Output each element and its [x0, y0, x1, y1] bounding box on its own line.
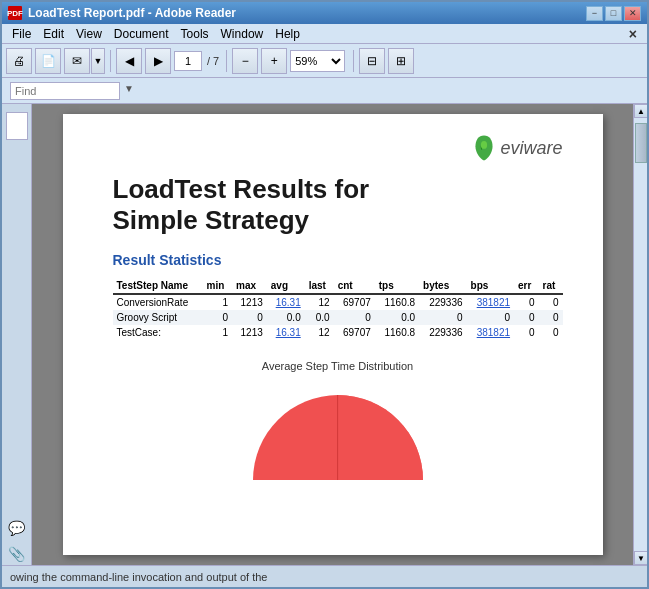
window-controls: − □ ✕: [586, 6, 641, 21]
page-thumbnail[interactable]: [6, 112, 28, 140]
cell-min: 1: [203, 294, 233, 310]
note-icon[interactable]: 💬: [6, 517, 28, 539]
th-bps: bps: [467, 278, 514, 294]
cell-bps: 0: [467, 310, 514, 325]
scroll-up-button[interactable]: ▲: [634, 104, 647, 118]
fit-width-button[interactable]: ⊞: [388, 48, 414, 74]
panel-close-button[interactable]: ×: [623, 26, 643, 42]
zoom-out-button[interactable]: −: [232, 48, 258, 74]
cell-cnt: 0: [334, 310, 375, 325]
th-avg: avg: [267, 278, 305, 294]
pdf-title: LoadTest Results for Simple Strategy: [113, 174, 563, 236]
page-total: / 7: [205, 55, 221, 67]
cell-last: 0.0: [305, 310, 334, 325]
separator-3: [353, 50, 354, 72]
attachment-icon[interactable]: 📎: [6, 543, 28, 565]
print-button[interactable]: 🖨: [6, 48, 32, 74]
stats-table-body: ConversionRate1121316.3112697071160.8229…: [113, 294, 563, 340]
menu-file[interactable]: File: [6, 25, 37, 43]
zoom-in-button[interactable]: +: [261, 48, 287, 74]
cell-tps: 1160.8: [375, 325, 419, 340]
separator-2: [226, 50, 227, 72]
svg-point-0: [481, 141, 487, 149]
cell-err: 0: [514, 325, 539, 340]
cell-max: 0: [232, 310, 267, 325]
menu-window[interactable]: Window: [215, 25, 270, 43]
section-title: Result Statistics: [113, 252, 563, 268]
cell-name: ConversionRate: [113, 294, 203, 310]
title-bar: PDF LoadTest Report.pdf - Adobe Reader −…: [2, 2, 647, 24]
cell-last: 12: [305, 294, 334, 310]
menu-help[interactable]: Help: [269, 25, 306, 43]
table-header-row: TestStep Name min max avg last cnt tps b…: [113, 278, 563, 294]
th-err: err: [514, 278, 539, 294]
menu-document[interactable]: Document: [108, 25, 175, 43]
minimize-button[interactable]: −: [586, 6, 603, 21]
scroll-track[interactable]: [634, 118, 647, 551]
cell-bps: 381821: [467, 294, 514, 310]
scroll-thumb[interactable]: [635, 123, 647, 163]
menu-bar: File Edit View Document Tools Window Hel…: [2, 24, 647, 44]
cell-rat: 0: [539, 325, 563, 340]
table-row: TestCase:1121316.3112697071160.822933638…: [113, 325, 563, 340]
email-button[interactable]: ✉: [64, 48, 90, 74]
chart-title: Average Step Time Distribution: [262, 360, 413, 372]
th-cnt: cnt: [334, 278, 375, 294]
cell-cnt: 69707: [334, 325, 375, 340]
stats-table: TestStep Name min max avg last cnt tps b…: [113, 278, 563, 340]
app-icon: PDF: [8, 6, 22, 20]
cell-rat: 0: [539, 294, 563, 310]
cell-avg: 0.0: [267, 310, 305, 325]
find-dropdown-icon[interactable]: ▼: [124, 83, 140, 99]
logo-text: eviware: [500, 138, 562, 159]
title-bar-text: PDF LoadTest Report.pdf - Adobe Reader: [8, 6, 236, 20]
maximize-button[interactable]: □: [605, 6, 622, 21]
scroll-down-button[interactable]: ▼: [634, 551, 647, 565]
menu-tools[interactable]: Tools: [175, 25, 215, 43]
th-bytes: bytes: [419, 278, 466, 294]
close-button[interactable]: ✕: [624, 6, 641, 21]
cell-cnt: 69707: [334, 294, 375, 310]
separator-1: [110, 50, 111, 72]
cell-min: 0: [203, 310, 233, 325]
fit-page-button[interactable]: ⊟: [359, 48, 385, 74]
cell-max: 1213: [232, 325, 267, 340]
th-min: min: [203, 278, 233, 294]
menu-view[interactable]: View: [70, 25, 108, 43]
nav-next-button[interactable]: ▶: [145, 48, 171, 74]
email-dropdown[interactable]: ▼: [91, 48, 105, 74]
vertical-scrollbar: ▲ ▼: [633, 104, 647, 565]
cell-err: 0: [514, 294, 539, 310]
pdf-logo: eviware: [472, 134, 562, 162]
cell-tps: 1160.8: [375, 294, 419, 310]
th-tps: tps: [375, 278, 419, 294]
cell-bytes: 229336: [419, 294, 466, 310]
cell-min: 1: [203, 325, 233, 340]
cell-rat: 0: [539, 310, 563, 325]
cell-name: Groovy Script: [113, 310, 203, 325]
cell-avg: 16.31: [267, 325, 305, 340]
pdf-area: eviware LoadTest Results for Simple Stra…: [32, 104, 633, 565]
pdf-page: eviware LoadTest Results for Simple Stra…: [63, 114, 603, 555]
th-name: TestStep Name: [113, 278, 203, 294]
cell-last: 12: [305, 325, 334, 340]
cell-err: 0: [514, 310, 539, 325]
page-setup-button[interactable]: 📄: [35, 48, 61, 74]
zoom-select[interactable]: 59% 75% 100% 125%: [290, 50, 345, 72]
cell-bytes: 0: [419, 310, 466, 325]
cell-tps: 0.0: [375, 310, 419, 325]
table-row: Groovy Script000.00.000.00000: [113, 310, 563, 325]
app-window: PDF LoadTest Report.pdf - Adobe Reader −…: [0, 0, 649, 589]
menu-edit[interactable]: Edit: [37, 25, 70, 43]
bottom-text: owing the command-line invocation and ou…: [10, 571, 267, 583]
main-area: 💬 📎 eviware LoadTest Results for: [2, 104, 647, 565]
toolbar: 🖨 📄 ✉ ▼ ◀ ▶ / 7 − + 59% 75% 100% 125% ⊟ …: [2, 44, 647, 78]
page-number-input[interactable]: [174, 51, 202, 71]
chart-area: Average Step Time Distribution: [113, 360, 563, 500]
find-input[interactable]: [10, 82, 120, 100]
cell-avg: 16.31: [267, 294, 305, 310]
cell-max: 1213: [232, 294, 267, 310]
table-row: ConversionRate1121316.3112697071160.8229…: [113, 294, 563, 310]
nav-prev-button[interactable]: ◀: [116, 48, 142, 74]
bottom-strip: owing the command-line invocation and ou…: [2, 565, 647, 587]
